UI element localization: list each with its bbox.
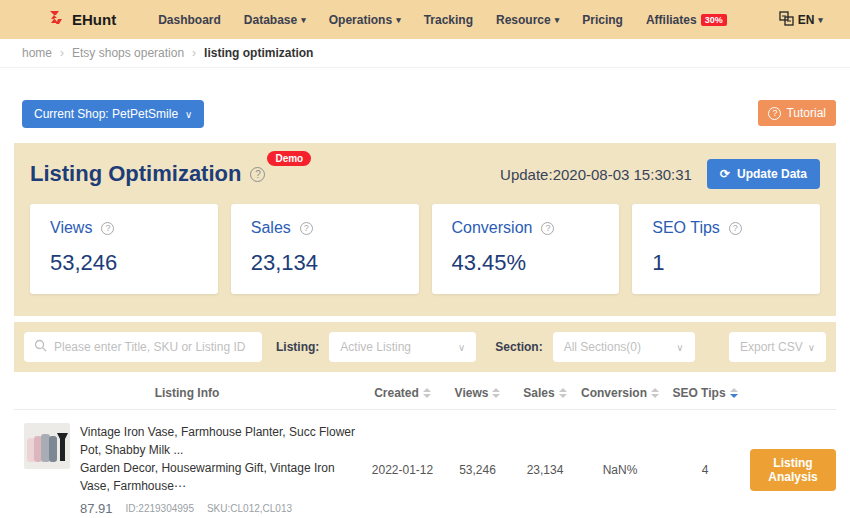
help-icon[interactable]: ? xyxy=(101,222,114,235)
stat-label: Views ? xyxy=(50,219,198,237)
listing-filter-label: Listing: xyxy=(276,340,319,354)
listing-analysis-button[interactable]: Listing Analysis xyxy=(750,449,836,491)
question-circle-icon: ? xyxy=(768,107,781,120)
listing-info-cell: Vintage Iron Vase, Farmhouse Planter, Su… xyxy=(14,423,360,516)
refresh-icon: ⟳ xyxy=(720,167,730,181)
nav-item-resource[interactable]: Resource▾ xyxy=(496,13,559,27)
table-row: Vintage Iron Vase, Farmhouse Planter, Su… xyxy=(14,410,836,518)
search-box xyxy=(24,332,262,362)
chevron-right-icon: › xyxy=(60,46,64,60)
stat-card-sales: Sales ? 23,134 xyxy=(231,204,419,294)
section-filter-select[interactable]: All Sections(0) ∨ xyxy=(553,332,695,362)
shop-toolbar: Current Shop: PetPetSmile ∨ ? Tutorial xyxy=(22,100,836,126)
listing-price: 87.91 xyxy=(80,501,113,516)
update-data-button[interactable]: ⟳ Update Data xyxy=(707,159,820,189)
listing-filter-select[interactable]: Active Listing ∨ xyxy=(329,332,476,362)
breadcrumb-listing-optimization: listing optimization xyxy=(204,46,313,60)
sort-icon[interactable] xyxy=(492,388,500,398)
chevron-down-icon: ▾ xyxy=(555,15,560,25)
stat-value: 23,134 xyxy=(251,250,399,276)
current-shop-button[interactable]: Current Shop: PetPetSmile ∨ xyxy=(22,100,204,128)
product-thumbnail[interactable] xyxy=(24,423,70,469)
demo-badge: Demo xyxy=(267,151,311,166)
language-label: EN xyxy=(798,13,815,27)
column-header-conversion[interactable]: Conversion xyxy=(580,386,660,400)
listing-id: ID:2219304995 xyxy=(126,503,194,514)
tutorial-button[interactable]: ? Tutorial xyxy=(758,100,836,126)
stat-cards: Views ? 53,246 Sales ? 23,134 Conversion… xyxy=(30,204,820,294)
listing-title-line2[interactable]: Garden Decor, Housewarming Gift, Vintage… xyxy=(80,459,360,495)
affiliates-discount-badge: 30% xyxy=(701,14,727,26)
brand-name: EHunt xyxy=(72,11,116,28)
table-header-row: Listing Info Created Views Sales Convers… xyxy=(14,377,836,410)
chevron-down-icon: ▾ xyxy=(396,15,401,25)
chevron-down-icon: ▾ xyxy=(301,15,306,25)
brand[interactable]: EHunt xyxy=(46,8,116,32)
listing-title-line1[interactable]: Vintage Iron Vase, Farmhouse Planter, Su… xyxy=(80,423,360,459)
column-header-views[interactable]: Views xyxy=(445,386,510,400)
breadcrumb-home[interactable]: home xyxy=(22,46,52,60)
chevron-down-icon: ▾ xyxy=(818,15,823,25)
breadcrumb: home › Etsy shops operation › listing op… xyxy=(0,39,850,68)
breadcrumb-etsy-shops-operation[interactable]: Etsy shops operation xyxy=(72,46,184,60)
nav-item-database[interactable]: Database▾ xyxy=(244,13,306,27)
search-input[interactable] xyxy=(54,340,252,354)
export-csv-select[interactable]: Export CSV ∨ xyxy=(729,332,826,362)
panel-header: Listing Optimization ? Demo Update:2020-… xyxy=(30,159,820,189)
seo-tips-cell: 4 xyxy=(660,463,750,477)
ehunt-logo-icon xyxy=(46,8,66,32)
stat-card-seo-tips: SEO Tips ? 1 xyxy=(632,204,820,294)
chevron-down-icon: ∨ xyxy=(676,342,683,353)
chevron-down-icon: ∨ xyxy=(808,342,815,353)
action-cell: Listing Analysis xyxy=(750,449,836,491)
chevron-down-icon: ∨ xyxy=(185,109,192,120)
listing-text: Vintage Iron Vase, Farmhouse Planter, Su… xyxy=(80,423,360,516)
top-navbar: EHunt Dashboard Database▾ Operations▾ Tr… xyxy=(0,0,850,39)
help-icon[interactable]: ? xyxy=(300,222,313,235)
stat-label: Conversion ? xyxy=(452,219,600,237)
views-cell: 53,246 xyxy=(445,463,510,477)
nav-item-tracking[interactable]: Tracking xyxy=(424,13,473,27)
stat-label: Sales ? xyxy=(251,219,399,237)
listing-sku: SKU:CL012,CL013 xyxy=(207,503,292,514)
translate-icon xyxy=(779,11,794,29)
stat-card-views: Views ? 53,246 xyxy=(30,204,218,294)
chevron-down-icon: ∨ xyxy=(458,342,465,353)
section-filter-label: Section: xyxy=(495,340,542,354)
conversion-cell: NaN% xyxy=(580,463,660,477)
sort-icon[interactable] xyxy=(423,388,431,398)
update-timestamp: Update:2020-08-03 15:30:31 xyxy=(500,166,692,183)
help-icon[interactable]: ? xyxy=(541,222,554,235)
listing-meta: 87.91 ID:2219304995 SKU:CL012,CL013 xyxy=(80,501,360,516)
nav-item-dashboard[interactable]: Dashboard xyxy=(158,13,221,27)
stat-label: SEO Tips ? xyxy=(652,219,800,237)
stat-value: 53,246 xyxy=(50,250,198,276)
stat-card-conversion: Conversion ? 43.45% xyxy=(432,204,620,294)
page-title: Listing Optimization xyxy=(30,161,241,187)
filter-bar: Listing: Active Listing ∨ Section: All S… xyxy=(14,322,836,372)
nav-item-pricing[interactable]: Pricing xyxy=(582,13,623,27)
search-icon xyxy=(34,338,47,356)
chevron-right-icon: › xyxy=(192,46,196,60)
sales-cell: 23,134 xyxy=(510,463,580,477)
column-header-listing-info: Listing Info xyxy=(14,386,360,400)
language-selector[interactable]: EN ▾ xyxy=(779,11,823,29)
help-icon[interactable]: ? xyxy=(250,167,265,182)
listing-optimization-panel: Listing Optimization ? Demo Update:2020-… xyxy=(14,143,836,316)
nav-item-operations[interactable]: Operations▾ xyxy=(329,13,401,27)
nav-item-affiliates[interactable]: Affiliates30% xyxy=(646,13,727,27)
sort-icon-active-desc[interactable] xyxy=(730,388,738,398)
help-icon[interactable]: ? xyxy=(729,222,742,235)
created-cell: 2022-01-12 xyxy=(360,463,445,477)
stat-value: 43.45% xyxy=(452,250,600,276)
column-header-seo-tips[interactable]: SEO Tips xyxy=(660,386,750,400)
nav-menu: Dashboard Database▾ Operations▾ Tracking… xyxy=(158,13,726,27)
sort-icon[interactable] xyxy=(559,388,567,398)
listings-table: Listing Info Created Views Sales Convers… xyxy=(14,377,836,518)
sort-icon[interactable] xyxy=(651,388,659,398)
column-header-sales[interactable]: Sales xyxy=(510,386,580,400)
stat-value: 1 xyxy=(652,250,800,276)
column-header-created[interactable]: Created xyxy=(360,386,445,400)
